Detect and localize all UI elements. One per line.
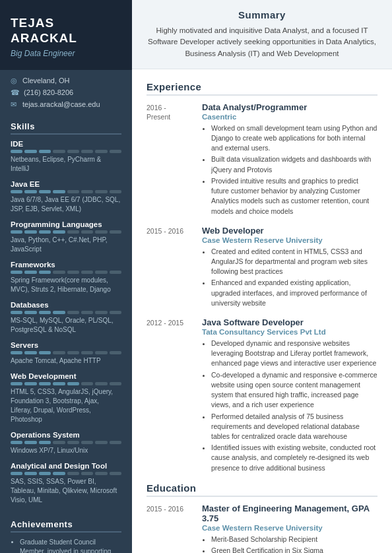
- skill-bars: [11, 150, 121, 153]
- candidate-title: Big Data Engineer: [11, 49, 121, 58]
- skill-bar-filled: [24, 382, 36, 385]
- skill-bar-filled: [24, 472, 36, 475]
- skill-bar-empty: [95, 230, 107, 234]
- skill-bar-empty: [110, 311, 121, 314]
- skill-bar-filled: [11, 271, 22, 274]
- skills-list: IDENetbeans, Eclipse, PyCharm & IntelliJ…: [11, 140, 121, 505]
- skill-bar-filled: [11, 311, 22, 314]
- skill-bars: [11, 351, 121, 354]
- skill-bar-filled: [53, 382, 65, 385]
- skill-bar-filled: [11, 230, 22, 234]
- skill-bar-empty: [67, 311, 79, 314]
- entry-school: Case Western Reserve University: [202, 524, 377, 532]
- email-icon: ✉: [11, 100, 18, 109]
- experience-entry: 2016 - PresentData Analyst/ProgrammerCas…: [147, 102, 377, 218]
- skill-desc: Java, Python, C++, C#.Net, PHP, JavaScri…: [11, 236, 121, 254]
- skill-bar-empty: [110, 472, 121, 475]
- skill-bars: [11, 271, 121, 274]
- skill-bar-filled: [24, 441, 36, 444]
- summary-title: Summary: [147, 9, 377, 20]
- entry-bullets: Worked on small development team using P…: [202, 123, 377, 216]
- skill-bars: [11, 382, 121, 385]
- bullet-item: Enhanced and expanded existing applicati…: [211, 278, 377, 308]
- achievements-list: Graduate Student Council Member, involve…: [11, 538, 121, 553]
- candidate-name: TEJAS ARACKAL: [11, 16, 121, 46]
- bullet-item: Worked on small development team using P…: [211, 123, 377, 154]
- bullet-item: Identified issues with existing website,…: [211, 443, 377, 473]
- skill-name: Operations System: [11, 431, 121, 439]
- skill-bar-filled: [39, 441, 51, 444]
- skill-name: Programming Languages: [11, 220, 121, 228]
- skill-bar-filled: [53, 230, 65, 234]
- location-text: Cleveland, OH: [22, 77, 70, 84]
- sidebar: TEJAS ARACKAL Big Data Engineer ◎ Clevel…: [0, 0, 132, 553]
- bullet-item: Built data visualization widgets and das…: [211, 154, 377, 174]
- experience-title: Experience: [147, 81, 377, 96]
- skill-bar-empty: [95, 441, 107, 444]
- skill-desc: Java 6/7/8, Java EE 6/7 (JDBC, SQL, JSP,…: [11, 195, 121, 214]
- skill-group: Analytical and Design ToolSAS, SSIS, SSA…: [11, 462, 121, 505]
- skill-name: Analytical and Design Tool: [11, 462, 121, 470]
- entry-date: 2015 - 2016: [147, 226, 193, 309]
- skill-bar-empty: [67, 351, 79, 354]
- skill-bar-empty: [110, 382, 121, 385]
- skill-group: DatabasesMS-SQL, MySQL, Oracle, PL/SQL, …: [11, 301, 121, 335]
- skill-bar-empty: [67, 190, 79, 193]
- skill-desc: Apache Tomcat, Apache HTTP: [11, 356, 121, 366]
- skill-bar-empty: [67, 230, 79, 234]
- skill-bar-filled: [39, 472, 51, 475]
- contact-location: ◎ Cleveland, OH: [11, 77, 121, 85]
- skill-bar-filled: [39, 150, 51, 153]
- skill-bar-filled: [11, 190, 22, 193]
- education-entry: 2015 - 2016Master of Engineering Managem…: [147, 504, 377, 553]
- bullet-item: Performed detailed analysis of 75 busine…: [211, 412, 377, 442]
- skill-desc: Netbeans, Eclipse, PyCharm & IntelliJ: [11, 155, 121, 174]
- entry-degree: Master of Engineering Management, GPA 3.…: [202, 504, 377, 523]
- education-title: Education: [147, 482, 377, 497]
- contact-phone: ☎ (216) 820-8206: [11, 88, 121, 97]
- entry-date: 2012 - 2015: [147, 317, 193, 474]
- skill-bar-filled: [53, 472, 65, 475]
- skill-name: IDE: [11, 140, 121, 148]
- skill-group: IDENetbeans, Eclipse, PyCharm & IntelliJ: [11, 140, 121, 174]
- skill-bar-empty: [81, 150, 93, 153]
- bullet-item: Co-developed a dynamic and responsive e-…: [211, 370, 377, 410]
- skill-bar-empty: [95, 472, 107, 475]
- bullet-item: Provided intuitive results and graphics …: [211, 176, 377, 216]
- skill-bar-empty: [81, 230, 93, 234]
- entry-company: Tata Consultancy Services Pvt Ltd: [202, 328, 377, 336]
- skill-bar-filled: [24, 190, 36, 193]
- skill-bar-empty: [81, 351, 93, 354]
- entry-body: Java Software DeveloperTata Consultancy …: [202, 317, 377, 474]
- entry-body: Master of Engineering Management, GPA 3.…: [202, 504, 377, 553]
- skill-desc: MS-SQL, MySQL, Oracle, PL/SQL, PostgreSQ…: [11, 316, 121, 335]
- entry-company: Casentric: [202, 113, 377, 121]
- skill-bar-empty: [81, 441, 93, 444]
- skill-bars: [11, 190, 121, 193]
- skill-name: Frameworks: [11, 261, 121, 269]
- skill-bar-empty: [81, 472, 93, 475]
- entry-company: Case Western Reserve University: [202, 236, 377, 244]
- skill-bars: [11, 311, 121, 314]
- skill-bar-empty: [81, 382, 93, 385]
- contact-section: ◎ Cleveland, OH ☎ (216) 820-8206 ✉ tejas…: [0, 70, 132, 116]
- skill-group: FrameworksSpring Framework(core modules,…: [11, 261, 121, 294]
- entry-body: Web DeveloperCase Western Reserve Univer…: [202, 226, 377, 309]
- skill-bar-filled: [24, 351, 36, 354]
- skill-bar-filled: [11, 441, 22, 444]
- skill-name: Servers: [11, 341, 121, 349]
- skill-bar-empty: [67, 441, 79, 444]
- bullet-item: Developed dynamic and responsive website…: [211, 339, 377, 369]
- skills-section: Skills IDENetbeans, Eclipse, PyCharm & I…: [0, 116, 132, 514]
- skill-bar-empty: [110, 351, 121, 354]
- entry-job-title: Web Developer: [202, 226, 377, 236]
- main-content: Summary Highly motivated and inquisitive…: [132, 0, 392, 553]
- skill-group: Java EEJava 6/7/8, Java EE 6/7 (JDBC, SQ…: [11, 180, 121, 214]
- skill-bar-filled: [24, 230, 36, 234]
- skill-name: Java EE: [11, 180, 121, 188]
- skill-desc: Windows XP/7, Linux/Unix: [11, 446, 121, 455]
- skill-desc: Spring Framework(core modules, MVC), Str…: [11, 276, 121, 294]
- education-list: 2015 - 2016Master of Engineering Managem…: [147, 504, 377, 553]
- bullet-item: Merit-Based Scholarship Recipient: [211, 535, 377, 544]
- skill-name: Databases: [11, 301, 121, 309]
